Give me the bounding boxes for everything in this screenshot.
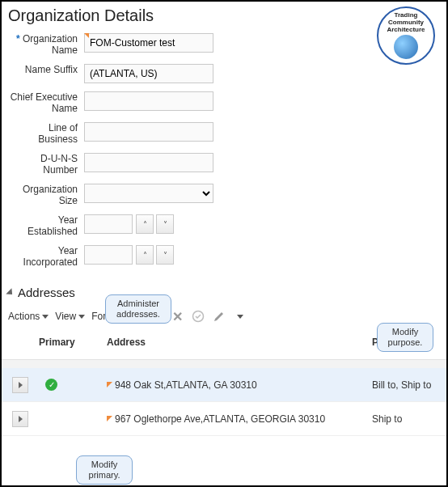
year-inc-input[interactable] xyxy=(84,245,133,265)
callout-modify-purpose: Modify purpose. xyxy=(377,323,433,352)
table-row[interactable]: ✓ 948 Oak St,ATLANTA, GA 30310 Bill to, … xyxy=(2,368,446,402)
changed-indicator-icon xyxy=(107,382,112,387)
logo-line2: Community xyxy=(388,19,424,26)
approve-icon[interactable] xyxy=(191,309,205,324)
globe-icon xyxy=(394,35,418,59)
ceo-name-input[interactable] xyxy=(84,91,213,111)
changed-indicator-icon xyxy=(107,416,112,421)
ceo-name-label: Chief Executive Name xyxy=(8,91,84,114)
actions-label: Actions xyxy=(8,311,40,322)
table-spacer xyxy=(2,360,446,368)
year-est-up-button[interactable]: ˄ xyxy=(136,214,154,234)
year-est-label: Year Established xyxy=(8,214,84,237)
caret-down-icon xyxy=(78,315,85,319)
lob-input[interactable] xyxy=(84,122,213,142)
actions-menu[interactable]: Actions xyxy=(8,311,49,322)
disclosure-triangle-icon[interactable] xyxy=(6,288,15,297)
caret-down-icon xyxy=(237,315,243,319)
triangle-right-icon xyxy=(19,382,23,388)
year-inc-down-button[interactable]: ˅ xyxy=(156,245,174,265)
year-est-input[interactable] xyxy=(84,214,133,234)
year-inc-label: Year Incorporated xyxy=(8,245,84,268)
lob-label: Line of Business xyxy=(8,122,84,145)
purpose-text: Bill to, Ship to xyxy=(372,379,446,391)
name-suffix-label: Name Suffix xyxy=(8,64,84,75)
edit-icon[interactable] xyxy=(212,309,226,324)
callout-modify-primary: Modify primary. xyxy=(76,455,133,485)
duns-label: D-U-N-S Number xyxy=(8,153,84,176)
org-name-input[interactable] xyxy=(84,33,213,53)
address-text: 948 Oak St,ATLANTA, GA 30310 xyxy=(115,379,257,391)
caret-down-icon xyxy=(42,315,49,319)
chevron-down-icon: ˅ xyxy=(163,251,167,260)
expand-row-button[interactable] xyxy=(12,377,28,393)
org-name-label-text: Organization Name xyxy=(23,33,78,56)
chevron-down-icon: ˅ xyxy=(163,220,167,229)
org-size-select[interactable] xyxy=(84,184,213,203)
purpose-text: Ship to xyxy=(372,413,446,425)
org-size-label: Organization Size xyxy=(8,184,84,206)
triangle-right-icon xyxy=(19,416,23,422)
col-primary-header[interactable]: Primary xyxy=(39,337,107,348)
view-menu[interactable]: View xyxy=(55,311,85,322)
col-address-header[interactable]: Address xyxy=(107,337,372,348)
chevron-up-icon: ˄ xyxy=(143,220,147,229)
logo-line1: Trading xyxy=(395,11,418,19)
table-row[interactable]: 967 Oglethorpe Ave,ATLANTA, GEORGIA 3031… xyxy=(2,402,446,436)
primary-check-icon: ✓ xyxy=(45,379,57,391)
logo-line3: Architecture xyxy=(387,26,425,33)
org-name-label: * Organization Name xyxy=(8,33,84,56)
callout-administer-addresses: Administer addresses. xyxy=(105,294,171,324)
changed-indicator-icon xyxy=(84,33,89,38)
year-inc-up-button[interactable]: ˄ xyxy=(136,245,154,265)
address-text: 967 Oglethorpe Ave,ATLANTA, GEORGIA 3031… xyxy=(115,413,325,425)
organization-form: * Organization Name Name Suffix Chief Ex… xyxy=(2,27,446,279)
brand-logo: Trading Community Architecture xyxy=(377,6,435,65)
addresses-section-title: Addresses xyxy=(18,286,75,299)
expand-row-button[interactable] xyxy=(12,411,28,427)
logo-text: Trading Community Architecture xyxy=(387,11,425,33)
chevron-up-icon: ˄ xyxy=(143,251,147,260)
year-est-down-button[interactable]: ˅ xyxy=(156,214,174,234)
view-label: View xyxy=(55,311,76,322)
more-menu[interactable] xyxy=(233,309,247,324)
name-suffix-input[interactable] xyxy=(84,64,213,83)
duns-input[interactable] xyxy=(84,153,213,172)
delete-icon[interactable]: ✕ xyxy=(170,309,184,324)
